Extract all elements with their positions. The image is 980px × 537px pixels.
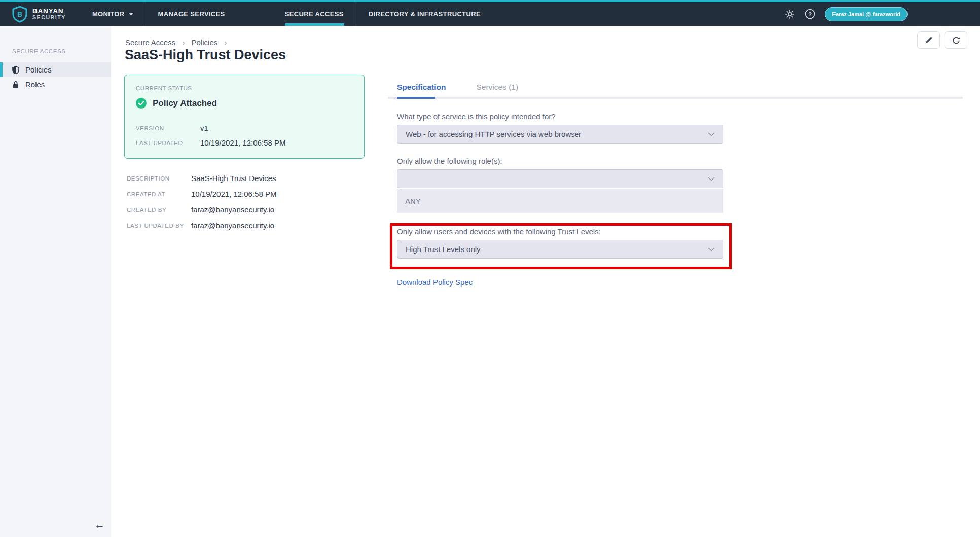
user-account-button[interactable]: Faraz Jamal @ farazworld (825, 7, 908, 21)
nav-item-directory-infrastructure-label: DIRECTORY & INFRASTRUCTURE (369, 10, 481, 18)
description-value: SaaS-High Trust Devices (191, 174, 365, 183)
refresh-icon (952, 35, 961, 45)
last-updated-by-value: faraz@banyansecurity.io (191, 221, 365, 230)
created-at-label: CREATED AT (127, 191, 191, 197)
roles-option-any[interactable]: ANY (397, 189, 723, 213)
service-type-label: What type of service is this policy inte… (397, 112, 963, 121)
status-card-header: CURRENT STATUS (136, 85, 353, 91)
description-label: DESCRIPTION (127, 175, 191, 182)
tab-specification[interactable]: Specification (397, 83, 446, 92)
created-by-label: CREATED BY (127, 207, 191, 213)
svg-text:B: B (17, 10, 22, 18)
nav-item-directory-infrastructure[interactable]: DIRECTORY & INFRASTRUCTURE (356, 2, 493, 26)
trust-level-highlight-box: Only allow users and devices with the fo… (390, 223, 732, 269)
top-navbar: B BANYAN SECURITY MONITOR MANAGE SERVICE… (0, 0, 980, 26)
version-value: v1 (200, 124, 353, 132)
chevron-down-icon (708, 177, 715, 181)
version-label: VERSION (136, 125, 200, 131)
sidebar-item-policies[interactable]: Policies (0, 62, 111, 77)
breadcrumb: Secure Access › Policies › (125, 38, 231, 47)
help-icon[interactable]: ? (805, 9, 815, 19)
edit-policy-button[interactable] (917, 31, 940, 49)
roles-label: Only allow the following role(s): (397, 157, 963, 165)
pencil-icon (925, 36, 933, 44)
last-updated-by-label: LAST UPDATED BY (127, 223, 191, 229)
main-content: Secure Access › Policies › SaaS-High Tru… (111, 26, 980, 537)
svg-text:?: ? (808, 11, 812, 17)
nav-item-secure-access[interactable]: SECURE ACCESS (273, 2, 356, 26)
policy-details-list: DESCRIPTION SaaS-High Trust Devices CREA… (124, 174, 365, 230)
breadcrumb-separator: › (182, 38, 185, 47)
navbar-right-cluster: ? Faraz Jamal @ farazworld (785, 2, 908, 26)
sidebar-section-label: SECURE ACCESS (12, 48, 111, 54)
spec-tabs: Specification Services (1) (388, 83, 963, 92)
lock-icon (12, 81, 19, 89)
refresh-button[interactable] (945, 31, 967, 49)
brand-logo[interactable]: B BANYAN SECURITY (12, 2, 66, 26)
check-circle-icon (136, 98, 147, 109)
chevron-down-icon (708, 247, 715, 252)
status-text: Policy Attached (153, 98, 217, 109)
brand-line1: BANYAN (32, 8, 66, 15)
last-updated-value: 10/19/2021, 12:06:58 PM (200, 138, 353, 147)
banyan-shield-icon: B (12, 6, 27, 23)
roles-select[interactable] (397, 169, 723, 188)
nav-item-monitor[interactable]: MONITOR (80, 2, 146, 26)
created-at-value: 10/19/2021, 12:06:58 PM (191, 190, 365, 198)
brand-text: BANYAN SECURITY (32, 8, 66, 20)
collapse-sidebar-arrow[interactable]: ← (94, 519, 105, 531)
policy-summary-column: CURRENT STATUS Policy Attached VERSION v… (124, 75, 365, 230)
brand-line2: SECURITY (32, 15, 66, 20)
created-by-value: faraz@banyansecurity.io (191, 205, 365, 214)
chevron-down-icon (708, 132, 715, 136)
sidebar: SECURE ACCESS Policies Rol (0, 26, 111, 537)
settings-gear-icon[interactable] (785, 9, 795, 19)
trust-levels-select[interactable]: High Trust Levels only (397, 240, 723, 259)
current-status-card: CURRENT STATUS Policy Attached VERSION v… (124, 75, 365, 159)
nav-item-secure-access-label: SECURE ACCESS (285, 10, 344, 18)
breadcrumb-policies[interactable]: Policies (192, 38, 218, 47)
tab-services[interactable]: Services (1) (476, 83, 518, 92)
service-type-select[interactable]: Web - for accessing HTTP services via we… (397, 125, 723, 144)
breadcrumb-separator: › (224, 38, 227, 47)
download-policy-spec-link[interactable]: Download Policy Spec (397, 278, 473, 287)
nav-item-manage-services-label: MANAGE SERVICES (158, 10, 225, 18)
nav-item-manage-services[interactable]: MANAGE SERVICES (146, 2, 237, 26)
specification-form: What type of service is this policy inte… (388, 112, 963, 287)
nav-group-access: SECURE ACCESS DIRECTORY & INFRASTRUCTURE (273, 2, 493, 26)
policy-spec-column: Specification Services (1) What type of … (388, 83, 963, 287)
trust-levels-value: High Trust Levels only (406, 245, 708, 254)
shield-icon (12, 66, 19, 74)
service-type-value: Web - for accessing HTTP services via we… (406, 130, 708, 138)
page-title: SaaS-High Trust Devices (125, 47, 286, 63)
caret-down-icon (129, 13, 133, 16)
trust-levels-label: Only allow users and devices with the fo… (397, 227, 729, 236)
tab-track (388, 97, 963, 99)
last-updated-label: LAST UPDATED (136, 140, 200, 146)
nav-group-monitor: MONITOR MANAGE SERVICES (80, 2, 237, 26)
active-tab-underline (397, 97, 435, 99)
sidebar-item-roles-label: Roles (25, 80, 45, 89)
header-actions (917, 31, 967, 49)
sidebar-item-policies-label: Policies (25, 65, 52, 74)
sidebar-item-roles[interactable]: Roles (0, 77, 111, 92)
breadcrumb-secure-access[interactable]: Secure Access (125, 38, 175, 47)
nav-item-monitor-label: MONITOR (92, 10, 125, 18)
